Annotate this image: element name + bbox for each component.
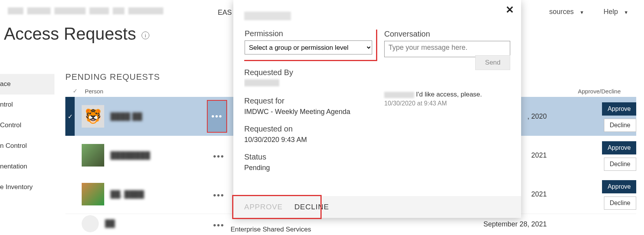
- leftnav-item[interactable]: ntrol: [0, 95, 54, 115]
- column-header-approve: Approve/Decline: [578, 88, 636, 95]
- approve-action[interactable]: APPROVE: [244, 203, 283, 211]
- requested-on-label: Requested on: [244, 125, 373, 133]
- chevron-down-icon: ▼: [579, 10, 584, 15]
- popup-footer: APPROVE DECLINE: [233, 196, 521, 218]
- row-menu-button[interactable]: •••: [213, 220, 224, 230]
- nav-link-eas[interactable]: EAS: [218, 9, 232, 17]
- leftnav-item[interactable]: e Inventory: [0, 177, 54, 198]
- request-for-label: Request for: [244, 96, 373, 105]
- request-details-popup: ✕ Permission Select a group or permissio…: [233, 0, 521, 218]
- decline-button[interactable]: Decline: [604, 158, 636, 171]
- person-name: ██: [105, 219, 115, 228]
- approve-button[interactable]: Approve: [602, 102, 636, 116]
- nav-label: sources: [549, 8, 574, 16]
- person-name: ████████: [110, 151, 150, 160]
- page-title: Access Requests: [4, 24, 136, 44]
- requested-by-value: [244, 79, 279, 86]
- blurred-breadcrumb: [0, 7, 163, 14]
- leftnav-item[interactable]: n Control: [0, 136, 54, 156]
- leftnav-item[interactable]: ace: [0, 74, 54, 95]
- permission-highlight: Permission Select a group or permission …: [244, 30, 377, 61]
- status-value: Pending: [244, 164, 373, 172]
- selected-check-icon: ✓: [65, 97, 75, 136]
- status-label: Status: [244, 153, 373, 161]
- message-author-blurred: [384, 92, 414, 98]
- column-header-person: Person: [85, 88, 225, 95]
- left-nav: ace ntrol Control n Control nentation e …: [0, 74, 54, 198]
- decline-action[interactable]: DECLINE: [294, 203, 329, 211]
- approve-button[interactable]: Approve: [602, 180, 636, 193]
- avatar: [82, 144, 104, 167]
- permission-select[interactable]: Select a group or permission level: [245, 40, 372, 54]
- request-for-text: Enterprise Shared Services: [231, 226, 311, 233]
- message-timestamp: 10/30/2020 at 9:43 AM: [384, 100, 510, 107]
- avatar: 🐯: [82, 105, 104, 128]
- row-menu-button[interactable]: •••: [213, 151, 224, 161]
- nav-dropdown-help[interactable]: Help ▼: [604, 8, 628, 16]
- person-name: ██, ████: [110, 190, 144, 198]
- requested-by-label: Requested By: [244, 68, 373, 77]
- request-for-value: IMDWC - Weekly Meeting Agenda: [244, 108, 373, 116]
- leftnav-item[interactable]: Control: [0, 115, 54, 136]
- row-menu-button[interactable]: •••: [207, 100, 227, 133]
- message-text: I'd like access, please.: [416, 91, 482, 98]
- decline-button[interactable]: Decline: [604, 196, 636, 210]
- requested-on-value: 10/30/2020 9:43 AM: [244, 136, 373, 144]
- decline-button[interactable]: Decline: [604, 119, 636, 132]
- avatar: [82, 215, 99, 232]
- row-menu-button[interactable]: •••: [213, 190, 224, 200]
- leftnav-item[interactable]: nentation: [0, 156, 54, 177]
- nav-dropdown-sources[interactable]: sources ▼: [549, 8, 584, 16]
- permission-label: Permission: [245, 30, 372, 38]
- popup-title-blurred: [244, 12, 291, 20]
- conversation-message: I'd like access, please.: [384, 91, 510, 98]
- approve-button[interactable]: Approve: [602, 141, 636, 154]
- avatar: [82, 183, 104, 205]
- check-icon: ✓: [65, 88, 85, 95]
- person-name: ████ ██: [110, 112, 142, 121]
- send-button[interactable]: Send: [475, 55, 510, 70]
- info-icon[interactable]: i: [142, 32, 149, 39]
- close-icon[interactable]: ✕: [506, 4, 514, 16]
- conversation-input[interactable]: [384, 41, 510, 57]
- chevron-down-icon: ▼: [624, 10, 628, 15]
- row-date: September 28, 2021: [461, 220, 547, 228]
- nav-label: Help: [604, 8, 618, 16]
- conversation-label: Conversation: [384, 30, 510, 39]
